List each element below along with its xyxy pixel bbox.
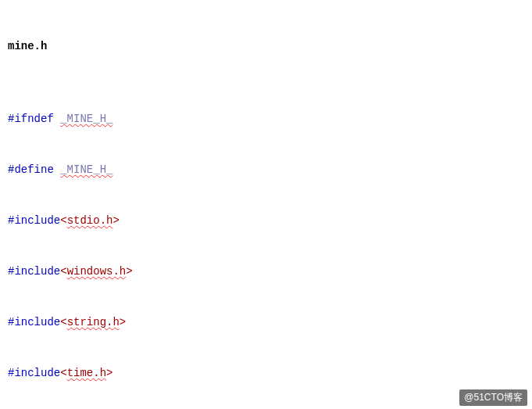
directive-include: #include (8, 214, 60, 227)
header-file: stdio.h (67, 214, 113, 227)
code-line: #include<windows.h> (8, 264, 524, 281)
angle-open: < (60, 316, 66, 328)
macro-name: _MINE_H_ (60, 113, 112, 125)
angle-close: > (126, 265, 132, 278)
filename-label: mine.h (8, 38, 524, 56)
code-line: #define _MINE_H_ (8, 162, 524, 179)
angle-close: > (106, 367, 112, 379)
angle-open: < (60, 367, 66, 379)
code-editor: mine.h #ifndef _MINE_H_ #define _MINE_H_… (0, 0, 532, 409)
macro-name: _MINE_H_ (60, 163, 112, 176)
directive-ifndef: #ifndef (8, 113, 54, 125)
directive-include: #include (8, 367, 60, 379)
watermark-label: @51CTO博客 (459, 389, 527, 406)
code-line: #include<string.h> (8, 314, 524, 332)
angle-open: < (60, 214, 66, 227)
code-line: #ifndef _MINE_H_ (8, 111, 524, 128)
directive-define: #define (8, 163, 54, 176)
angle-open: < (60, 265, 66, 278)
header-file: windows.h (67, 265, 127, 278)
angle-close: > (112, 214, 119, 227)
code-line: #include<stdio.h> (8, 213, 524, 230)
directive-include: #include (8, 316, 60, 328)
code-line: #include<time.h> (8, 365, 524, 382)
header-file: time.h (67, 367, 106, 379)
angle-close: > (120, 316, 126, 328)
header-file: string.h (67, 316, 120, 328)
directive-include: #include (8, 265, 60, 278)
